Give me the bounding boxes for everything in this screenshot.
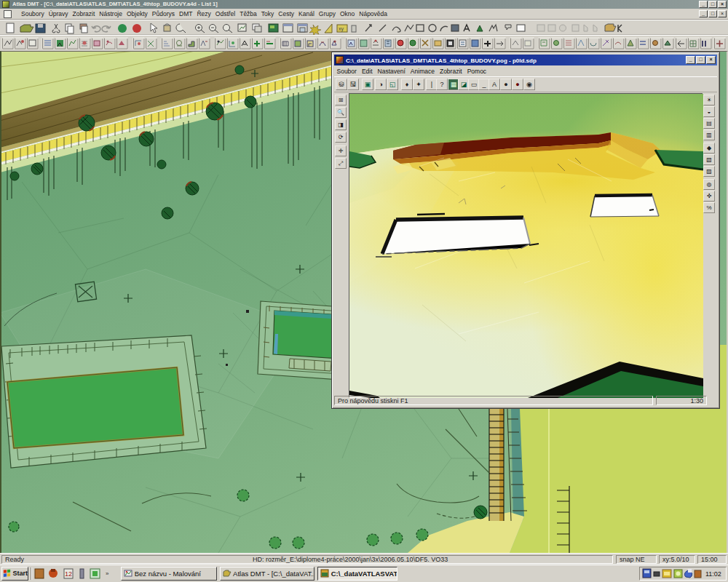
svg-text:11:02: 11:02 bbox=[705, 570, 721, 578]
svg-text:12: 12 bbox=[65, 570, 72, 578]
svg-text:»: » bbox=[106, 570, 109, 577]
svg-text:xy: xy bbox=[339, 26, 344, 32]
